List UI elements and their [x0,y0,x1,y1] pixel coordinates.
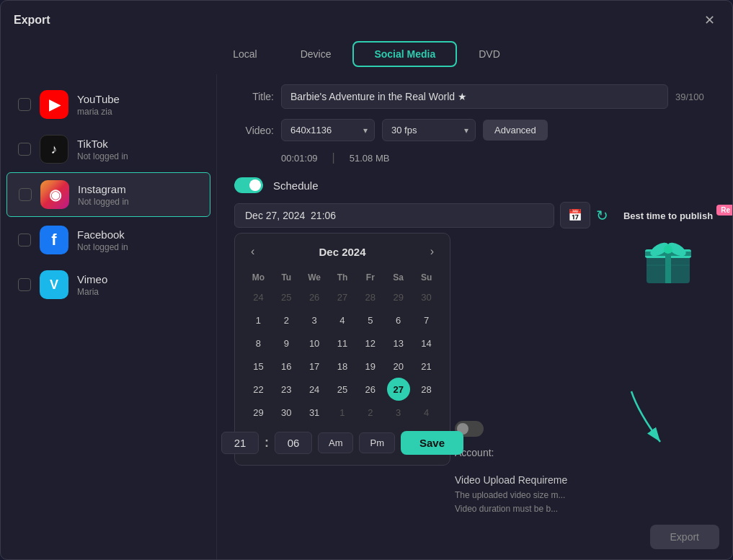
cal-day[interactable]: 29 [246,401,270,424]
fps-select[interactable]: 30 fps 24 fps 60 fps [382,119,476,141]
cal-day[interactable]: 14 [415,332,438,355]
schedule-toggle-row: Schedule [234,177,715,193]
vimeo-logo: V [40,270,68,299]
cal-day[interactable]: 28 [359,285,382,308]
cal-day[interactable]: 19 [359,355,382,378]
cal-day[interactable]: 1 [331,401,354,424]
minute-input[interactable] [275,432,312,454]
vimeo-name: Vimeo [77,273,199,285]
second-toggle-row [455,421,567,437]
platform-item-tiktok[interactable]: ♪ TikTok Not logged in [6,128,210,171]
hour-input[interactable] [221,432,259,454]
window-title: Export [14,14,50,27]
cal-day[interactable]: 26 [359,378,382,401]
cal-day[interactable]: 4 [415,401,438,424]
cal-day[interactable]: 15 [246,355,270,378]
instagram-name: Instagram [78,183,198,195]
advanced-button[interactable]: Advanced [483,120,548,141]
cal-day[interactable]: 6 [387,308,410,332]
close-button[interactable]: ✕ [700,11,719,30]
instagram-checkbox[interactable] [19,188,32,201]
datetime-input[interactable] [234,203,554,228]
cal-day[interactable]: 2 [275,308,298,332]
tab-device[interactable]: Device [279,41,353,67]
cal-day[interactable]: 24 [303,378,326,401]
title-bar: Export ✕ [1,1,732,37]
cal-day[interactable]: 8 [246,332,270,355]
title-row: Title: 39/100 [234,84,715,109]
cal-day[interactable]: 18 [331,355,354,378]
cal-day[interactable]: 30 [415,285,438,308]
cal-day[interactable]: 4 [331,308,354,332]
cal-day[interactable]: 1 [246,308,270,332]
calendar-week-4: 22 23 24 25 26 27 28 [245,378,440,401]
cal-day[interactable]: 5 [359,308,382,332]
instagram-info: Instagram Not logged in [78,183,198,207]
time-separator: : [265,435,269,450]
am-button[interactable]: Am [318,432,354,453]
cal-day[interactable]: 28 [415,378,438,401]
calendar-prev-button[interactable]: ‹ [245,244,260,259]
refresh-icon-button[interactable]: ↻ [596,207,608,224]
platform-item-facebook[interactable]: f Facebook Not logged in [6,218,210,262]
cal-day[interactable]: 25 [331,378,354,401]
cal-day[interactable]: 22 [246,378,270,401]
best-time-badge: Re [716,205,732,215]
cal-day[interactable]: 31 [303,401,326,424]
dow-sa: Sa [385,270,412,285]
platform-item-youtube[interactable]: ▶ YouTube maria zia [6,83,210,126]
tiktok-checkbox[interactable] [18,143,31,156]
tab-social-media[interactable]: Social Media [352,41,457,67]
calendar-next-button[interactable]: › [425,244,440,259]
resolution-select[interactable]: 640x1136 1280x720 1920x1080 [281,119,375,141]
export-button[interactable]: Export [650,525,719,549]
cal-day[interactable]: 30 [275,401,298,424]
cal-day[interactable]: 24 [246,285,270,308]
cal-day[interactable]: 3 [303,308,326,332]
pm-button[interactable]: Pm [359,432,395,453]
cal-day[interactable]: 25 [275,285,298,308]
video-label: Video: [234,125,274,136]
info-row: 00:01:09 | 51.08 MB [234,151,715,164]
cal-day[interactable]: 12 [359,332,382,355]
cal-day[interactable]: 3 [387,401,410,424]
cal-day[interactable]: 21 [415,355,438,378]
best-time-label-wrapper: Best time to publish Re [623,209,713,222]
cal-day[interactable]: 11 [331,332,354,355]
youtube-checkbox[interactable] [18,98,31,111]
svg-point-6 [664,245,672,254]
save-button[interactable]: Save [401,431,463,455]
cal-day[interactable]: 27 [331,285,354,308]
tab-dvd[interactable]: DVD [457,41,522,67]
cal-day[interactable]: 26 [303,285,326,308]
cal-day[interactable]: 10 [303,332,326,355]
vimeo-checkbox[interactable] [18,278,31,291]
cal-day-today[interactable]: 27 [387,378,410,401]
sidebar: ▶ YouTube maria zia ♪ TikTok Not logged … [1,74,217,559]
export-window: Export ✕ Local Device Social Media DVD ▶… [0,0,733,560]
cal-day[interactable]: 23 [275,378,298,401]
cal-day[interactable]: 16 [275,355,298,378]
platform-item-vimeo[interactable]: V Vimeo Maria [6,263,210,306]
calendar-week-1: 1 2 3 4 5 6 7 [245,308,440,332]
calendar-week-2: 8 9 10 11 12 13 14 [245,332,440,355]
dow-mo: Mo [245,270,272,285]
resolution-wrapper: 640x1136 1280x720 1920x1080 [281,119,375,141]
platform-item-instagram[interactable]: ◉ Instagram Not logged in [6,172,210,217]
tab-row: Local Device Social Media DVD [1,37,732,74]
cal-day[interactable]: 13 [387,332,410,355]
dow-su: Su [413,270,440,285]
tab-local[interactable]: Local [211,41,278,67]
facebook-checkbox[interactable] [18,234,31,246]
cal-day[interactable]: 2 [359,401,382,424]
calendar-icon-button[interactable]: 📅 [560,202,590,228]
cal-day[interactable]: 9 [275,332,298,355]
cal-day[interactable]: 7 [415,308,438,332]
title-input[interactable] [281,84,668,109]
cal-day[interactable]: 17 [303,355,326,378]
schedule-toggle[interactable] [234,177,263,193]
youtube-status: maria zia [77,107,199,117]
fps-wrapper: 30 fps 24 fps 60 fps [382,119,476,141]
cal-day[interactable]: 20 [387,355,410,378]
cal-day[interactable]: 29 [387,285,410,308]
